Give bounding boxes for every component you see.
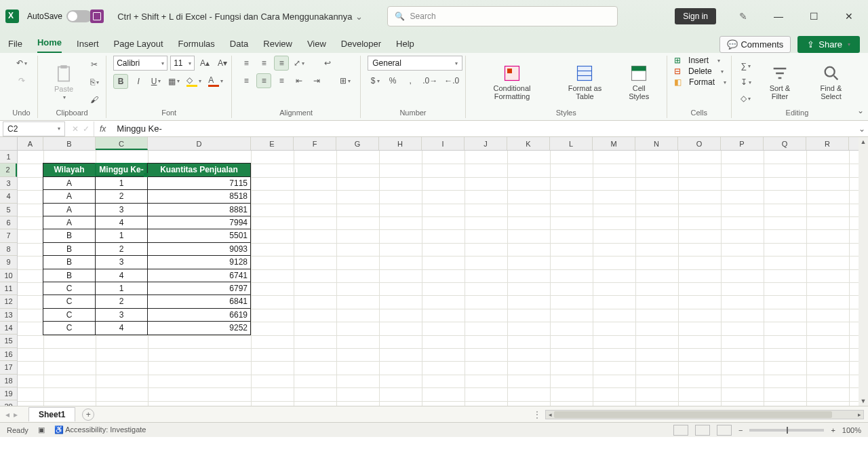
zoom-out-button[interactable]: −: [738, 426, 743, 434]
page-break-view-button[interactable]: [717, 425, 732, 436]
sign-in-button[interactable]: Sign in: [675, 8, 716, 24]
row-header[interactable]: 13: [0, 309, 17, 322]
row-header[interactable]: 6: [0, 216, 17, 229]
italic-button[interactable]: I: [131, 74, 146, 89]
insert-cells-button[interactable]: ⊞ Insert ▾: [674, 56, 721, 65]
table-cell[interactable]: C: [43, 321, 96, 335]
tab-developer[interactable]: Developer: [341, 39, 381, 53]
sheet-nav-prev-icon[interactable]: ◂: [5, 410, 9, 419]
table-header-cell[interactable]: Wilayah: [43, 163, 96, 176]
align-right-button[interactable]: ≡: [274, 73, 289, 88]
format-as-table-button[interactable]: Format as Table: [555, 61, 614, 103]
row-header[interactable]: 15: [0, 335, 17, 347]
increase-indent-button[interactable]: ⇥: [309, 73, 324, 88]
font-color-button[interactable]: A▾: [206, 73, 225, 89]
maximize-button[interactable]: ☐: [800, 3, 827, 30]
bold-button[interactable]: B: [113, 74, 128, 89]
table-cell[interactable]: B: [43, 242, 96, 256]
table-cell[interactable]: 4: [95, 269, 148, 282]
table-cell[interactable]: A: [43, 216, 96, 229]
accessibility-status[interactable]: ♿ Accessibility: Investigate: [54, 425, 146, 434]
tab-page-layout[interactable]: Page Layout: [114, 39, 163, 53]
align-middle-button[interactable]: ≡: [256, 56, 271, 71]
expand-formula-bar-button[interactable]: ⌄: [856, 124, 868, 134]
tab-home[interactable]: Home: [37, 37, 62, 53]
table-cell[interactable]: 1: [95, 176, 148, 190]
column-header[interactable]: Q: [764, 137, 806, 150]
table-header-cell[interactable]: Kuantitas Penjualan: [147, 163, 251, 176]
row-header[interactable]: 10: [0, 269, 17, 282]
align-top-button[interactable]: ≡: [239, 56, 254, 71]
autosum-button[interactable]: ∑▾: [738, 58, 753, 73]
redo-button[interactable]: ↷: [14, 73, 29, 88]
decrease-indent-button[interactable]: ⇤: [292, 73, 307, 88]
sheet-nav-next-icon[interactable]: ▸: [14, 410, 18, 419]
align-left-button[interactable]: ≡: [239, 73, 254, 88]
vertical-scrollbar[interactable]: ▲ ▼: [859, 137, 868, 406]
table-cell[interactable]: 8881: [147, 203, 251, 216]
undo-button[interactable]: ↶▾: [14, 56, 29, 71]
macro-icon[interactable]: ▣: [38, 425, 45, 434]
table-cell[interactable]: B: [43, 229, 96, 242]
page-layout-view-button[interactable]: [695, 425, 710, 436]
column-header[interactable]: P: [721, 137, 764, 150]
cell-styles-button[interactable]: Cell Styles: [618, 61, 660, 103]
accounting-button[interactable]: $▾: [368, 73, 382, 88]
toggle-switch[interactable]: [66, 10, 92, 22]
cancel-formula-icon[interactable]: ✕: [72, 124, 79, 134]
table-cell[interactable]: C: [43, 294, 96, 308]
column-headers[interactable]: ABCDEFGHIJKLMNOPQR: [18, 137, 859, 151]
find-select-button[interactable]: Find & Select: [806, 61, 856, 103]
increase-decimal-button[interactable]: .0→: [420, 73, 439, 88]
sheet-options-icon[interactable]: ⋮: [533, 410, 541, 419]
table-cell[interactable]: 9128: [147, 255, 251, 269]
table-cell[interactable]: 6741: [147, 269, 251, 282]
row-header[interactable]: 3: [0, 177, 17, 190]
number-format-select[interactable]: General▾: [368, 56, 462, 71]
table-cell[interactable]: C: [43, 308, 96, 322]
table-header-cell[interactable]: Minggu Ke-: [95, 163, 148, 176]
table-cell[interactable]: C: [43, 282, 96, 295]
row-header[interactable]: 11: [0, 282, 17, 295]
row-header[interactable]: 9: [0, 256, 17, 269]
border-button[interactable]: ▦▾: [166, 74, 182, 89]
tab-formulas[interactable]: Formulas: [178, 39, 215, 53]
scroll-right-icon[interactable]: ▸: [855, 411, 863, 419]
tab-data[interactable]: Data: [230, 39, 248, 53]
normal-view-button[interactable]: [673, 425, 688, 436]
tab-file[interactable]: File: [8, 39, 22, 53]
fill-color-button[interactable]: ◇▾: [184, 73, 203, 89]
table-cell[interactable]: A: [43, 176, 96, 190]
document-title[interactable]: Ctrl + Shift + L di Excel - Fungsi dan C…: [117, 12, 362, 22]
column-header[interactable]: H: [379, 137, 422, 150]
merge-button[interactable]: ⊞▾: [338, 73, 353, 88]
table-cell[interactable]: 4: [95, 216, 148, 229]
scroll-left-icon[interactable]: ◂: [546, 411, 554, 419]
sheet-tab[interactable]: Sheet1: [28, 407, 75, 421]
close-button[interactable]: ✕: [835, 3, 863, 30]
column-header[interactable]: O: [678, 137, 721, 150]
sort-filter-button[interactable]: Sort & Filter: [757, 61, 802, 103]
row-header[interactable]: 17: [0, 361, 17, 374]
row-header[interactable]: 7: [0, 229, 17, 242]
row-header[interactable]: 20: [0, 400, 17, 406]
comma-button[interactable]: ,: [403, 73, 418, 88]
cells-area[interactable]: WilayahMinggu Ke-Kuantitas PenjualanA171…: [18, 151, 859, 406]
column-header[interactable]: D: [148, 137, 251, 150]
search-input[interactable]: 🔍 Search: [387, 6, 618, 26]
zoom-in-button[interactable]: +: [831, 426, 835, 434]
row-header[interactable]: 16: [0, 348, 17, 361]
comments-button[interactable]: 💬Comments: [719, 36, 791, 53]
orientation-button[interactable]: ⤢▾: [292, 56, 307, 71]
table-cell[interactable]: B: [43, 255, 96, 269]
font-name-select[interactable]: Calibri▾: [113, 56, 167, 71]
table-cell[interactable]: 5501: [147, 229, 251, 242]
column-header[interactable]: B: [43, 137, 96, 150]
increase-font-button[interactable]: A▴: [197, 56, 212, 71]
column-header[interactable]: I: [422, 137, 465, 150]
autosave-toggle[interactable]: AutoSave Off: [27, 10, 82, 22]
table-cell[interactable]: 3: [95, 255, 148, 269]
scroll-up-icon[interactable]: ▲: [859, 137, 868, 147]
format-cells-button[interactable]: ◧ Format ▾: [674, 77, 727, 87]
horizontal-scrollbar[interactable]: ◂ ▸: [545, 410, 864, 419]
